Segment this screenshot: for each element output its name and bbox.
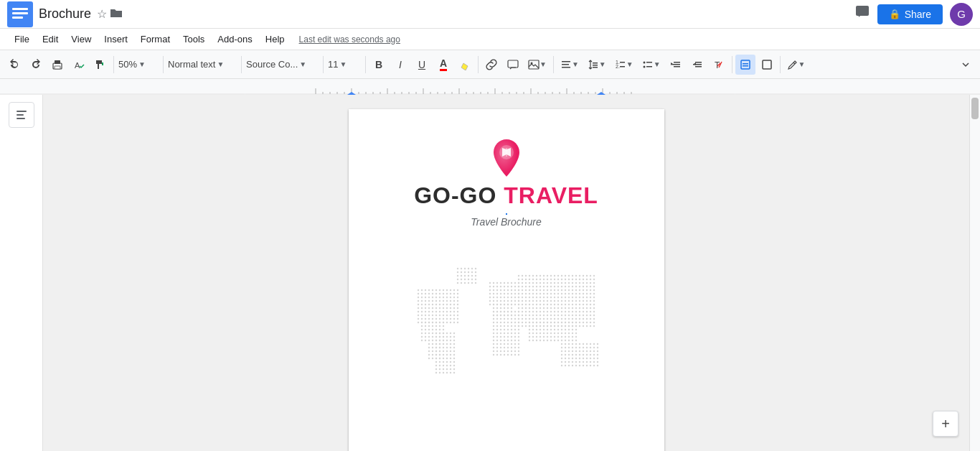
align-button[interactable]: ▼ bbox=[557, 55, 583, 75]
svg-rect-25 bbox=[646, 66, 652, 68]
redo-button[interactable] bbox=[26, 55, 46, 75]
brand-name-part2: TRAVEL bbox=[504, 182, 598, 208]
menu-help[interactable]: Help bbox=[260, 31, 291, 47]
scrollbar-track[interactable] bbox=[969, 95, 980, 451]
separator6 bbox=[478, 56, 479, 73]
logo-pin bbox=[490, 138, 523, 177]
menu-file[interactable]: File bbox=[9, 31, 35, 47]
separator4 bbox=[323, 56, 324, 73]
highlight-button[interactable] bbox=[455, 55, 475, 75]
menu-tools[interactable]: Tools bbox=[177, 31, 210, 47]
svg-text:2.: 2. bbox=[616, 64, 620, 69]
svg-rect-36 bbox=[763, 60, 771, 69]
print-button[interactable] bbox=[47, 55, 67, 75]
svg-rect-38 bbox=[17, 114, 24, 116]
menu-bar: File Edit View Insert Format Tools Add-o… bbox=[0, 29, 980, 50]
svg-rect-47 bbox=[435, 332, 456, 375]
decrease-indent-button[interactable] bbox=[666, 55, 686, 75]
svg-rect-48 bbox=[489, 282, 521, 307]
svg-rect-52 bbox=[528, 321, 578, 343]
lock-icon: 🔒 bbox=[889, 9, 900, 19]
svg-rect-44 bbox=[417, 289, 460, 325]
underline-button[interactable]: U bbox=[412, 55, 432, 75]
link-button[interactable] bbox=[481, 55, 501, 75]
menu-view[interactable]: View bbox=[65, 31, 97, 47]
brand-name-part1: GO-GO bbox=[414, 182, 504, 208]
svg-rect-37 bbox=[17, 111, 27, 112]
font-selector[interactable]: Source Co... ▼ bbox=[245, 55, 320, 75]
svg-rect-9 bbox=[508, 60, 518, 68]
svg-rect-39 bbox=[17, 118, 25, 119]
spellcheck-button[interactable]: A bbox=[69, 55, 89, 75]
drawing-button[interactable]: ▼ bbox=[783, 55, 809, 75]
scrollbar-thumb[interactable] bbox=[971, 98, 979, 119]
menu-addons[interactable]: Add-ons bbox=[212, 31, 258, 47]
menu-format[interactable]: Format bbox=[135, 31, 176, 47]
outline-toggle-button[interactable] bbox=[9, 102, 34, 128]
comment-button[interactable] bbox=[854, 4, 870, 24]
separator2 bbox=[163, 56, 164, 73]
page-margin-button[interactable] bbox=[757, 55, 777, 75]
line-spacing-button[interactable]: ▼ bbox=[584, 55, 610, 75]
svg-rect-54 bbox=[456, 267, 478, 285]
user-avatar[interactable]: G bbox=[950, 3, 973, 26]
title-bar: Brochure ☆ 🔒 Share G bbox=[0, 0, 980, 29]
menu-edit[interactable]: Edit bbox=[37, 31, 64, 47]
separator5 bbox=[365, 56, 366, 73]
svg-rect-12 bbox=[562, 61, 570, 62]
italic-button[interactable]: I bbox=[390, 55, 410, 75]
style-dropdown-arrow: ▼ bbox=[217, 60, 224, 68]
zoom-selector[interactable]: 50% ▼ bbox=[117, 55, 160, 75]
document-page: GO-GO TRAVEL Travel Brochure bbox=[349, 109, 664, 451]
insert-image-button[interactable]: ▼ bbox=[524, 55, 550, 75]
zoom-value: 50% bbox=[118, 59, 137, 70]
world-map-image bbox=[377, 249, 636, 393]
document-title[interactable]: Brochure bbox=[39, 6, 91, 22]
svg-rect-35 bbox=[743, 65, 748, 67]
document-area[interactable]: GO-GO TRAVEL Travel Brochure bbox=[43, 95, 969, 451]
expand-toolbar-button[interactable] bbox=[956, 55, 976, 75]
menu-insert[interactable]: Insert bbox=[98, 31, 133, 47]
brand-subtitle: Travel Brochure bbox=[471, 216, 542, 228]
svg-rect-10 bbox=[529, 60, 539, 69]
font-size-selector[interactable]: 11 ▼ bbox=[326, 55, 362, 75]
svg-rect-29 bbox=[695, 62, 702, 63]
svg-rect-17 bbox=[593, 67, 598, 68]
svg-rect-13 bbox=[562, 64, 569, 65]
brand-title: GO-GO TRAVEL bbox=[414, 182, 598, 209]
separator7 bbox=[553, 56, 554, 73]
svg-text:A: A bbox=[75, 61, 80, 70]
text-style-selector[interactable]: Normal text ▼ bbox=[166, 55, 238, 75]
add-page-button[interactable]: + bbox=[933, 411, 958, 437]
svg-rect-28 bbox=[674, 66, 680, 68]
numbered-list-button[interactable]: 1.2. ▼ bbox=[611, 55, 637, 75]
app-icon bbox=[7, 1, 33, 27]
svg-rect-15 bbox=[593, 62, 598, 64]
increase-indent-button[interactable] bbox=[687, 55, 707, 75]
font-value: Source Co... bbox=[246, 59, 298, 70]
undo-button[interactable] bbox=[4, 55, 24, 75]
folder-icon[interactable] bbox=[110, 7, 123, 22]
svg-rect-7 bbox=[55, 66, 60, 69]
svg-rect-16 bbox=[593, 65, 598, 66]
svg-rect-14 bbox=[562, 67, 570, 68]
share-button[interactable]: 🔒 Share bbox=[877, 4, 943, 24]
main-area: GO-GO TRAVEL Travel Brochure bbox=[0, 95, 980, 451]
svg-rect-2 bbox=[12, 12, 28, 14]
page-margin-active-button[interactable] bbox=[735, 55, 755, 75]
outline-panel bbox=[0, 95, 43, 451]
svg-rect-6 bbox=[55, 60, 60, 64]
insert-comment-button[interactable] bbox=[503, 55, 523, 75]
bullet-list-button[interactable]: ▼ bbox=[639, 55, 664, 75]
svg-rect-41 bbox=[506, 148, 507, 157]
clear-formatting-button[interactable]: T bbox=[709, 55, 729, 75]
svg-rect-53 bbox=[560, 343, 600, 368]
text-color-button[interactable]: A bbox=[433, 55, 453, 75]
star-icon[interactable]: ☆ bbox=[97, 7, 107, 21]
separator bbox=[113, 56, 114, 73]
size-dropdown-arrow: ▼ bbox=[339, 60, 347, 68]
bold-button[interactable]: B bbox=[369, 55, 389, 75]
size-value: 11 bbox=[328, 59, 338, 70]
cursor bbox=[506, 213, 507, 215]
paint-format-button[interactable] bbox=[90, 55, 110, 75]
